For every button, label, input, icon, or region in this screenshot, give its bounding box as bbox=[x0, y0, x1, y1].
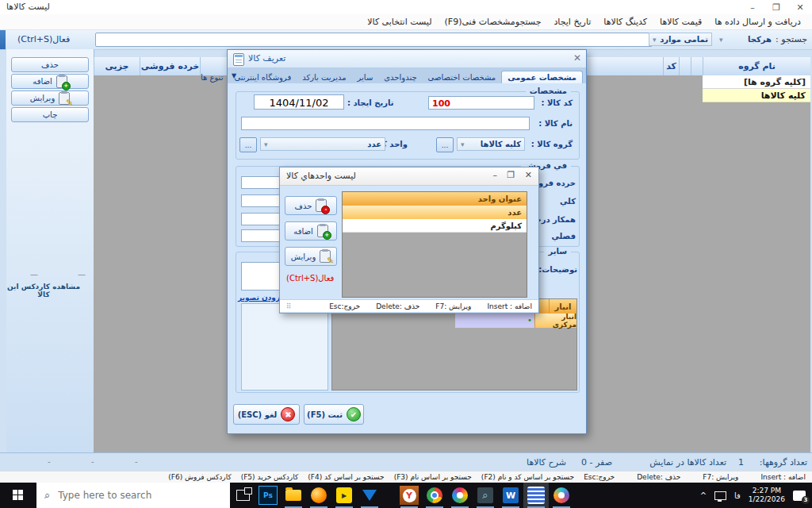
menu-item-selected-list[interactable]: لیست انتخابی کالا bbox=[361, 17, 438, 27]
edit-button[interactable]: ✎ ویرایش bbox=[11, 90, 89, 106]
column-header-partial[interactable]: جزیی bbox=[94, 57, 140, 75]
taskbar-clock[interactable]: 2:27 PM 1/22/2026 bbox=[749, 487, 785, 505]
specs-groupbox: مشخصات کد کالا : 100 تاریخ ایجاد : 1404/… bbox=[236, 91, 580, 160]
menu-item-coding[interactable]: کدینگ کالاها bbox=[597, 17, 653, 27]
taskbar-app-colorful[interactable] bbox=[549, 483, 574, 508]
unit-delete-button[interactable]: - حذف bbox=[285, 196, 337, 215]
menu-item-create-date[interactable]: تاریخ ایجاد bbox=[547, 17, 597, 27]
group-browse-button[interactable]: ... bbox=[436, 137, 454, 152]
image-box[interactable] bbox=[241, 303, 328, 391]
menu-item-prices[interactable]: قیمت کالاها bbox=[653, 17, 708, 27]
submit-button[interactable]: ✔ ثبت (F5) bbox=[304, 404, 364, 425]
groups-grid-body[interactable] bbox=[703, 102, 810, 452]
warehouse-row-label[interactable]: انبار مرکزی bbox=[534, 314, 576, 328]
item-group-value: کلیه کالاها bbox=[481, 140, 521, 148]
window-controls: – ❐ ✕ bbox=[741, 0, 812, 14]
clock-date: 1/22/2026 bbox=[749, 495, 785, 504]
tab-online-shop[interactable]: فروشگاه اینترنتی bbox=[228, 71, 297, 83]
shortcut-search-name: جستجو بر اساس نام (F3) bbox=[394, 473, 472, 481]
resize-grip-icon[interactable]: ⠿ bbox=[286, 302, 292, 310]
taskbar-app-current[interactable] bbox=[523, 483, 549, 508]
task-view-button[interactable] bbox=[230, 483, 255, 508]
item-group-dropdown[interactable]: کلیه کالاها ▾ bbox=[457, 137, 525, 151]
units-list-dialog: لیست واحدهاي کالا – ❐ ✕ - حذف + اضافه ✎ … bbox=[279, 167, 539, 314]
dialog-close-icon[interactable]: ✕ bbox=[573, 52, 581, 64]
warehouse-column-header[interactable]: انبار bbox=[549, 299, 576, 314]
warehouse-row[interactable]: انبار مرکزی • bbox=[332, 314, 576, 328]
window-titlebar: لیست کالاها – ❐ ✕ bbox=[0, 0, 812, 14]
minimize-button[interactable]: – bbox=[741, 0, 764, 14]
close-button[interactable]: ✕ bbox=[788, 0, 812, 14]
view-kardex-label[interactable]: مشاهده کاردکس این کالا bbox=[0, 283, 87, 298]
taskbar-app-chrome[interactable] bbox=[422, 483, 447, 508]
close-button[interactable]: ✕ bbox=[525, 170, 532, 180]
maximize-button[interactable]: ❐ bbox=[507, 170, 515, 180]
chevron-down-icon: ▾ bbox=[653, 36, 657, 44]
cancel-button[interactable]: ✖ لغو (ESC) bbox=[233, 404, 300, 425]
unit-add-button[interactable]: + اضافه bbox=[285, 221, 337, 241]
menu-item-tech-search[interactable]: جستجومشخصات فنی(F9) bbox=[439, 17, 548, 27]
notification-icon[interactable]: 3 bbox=[793, 491, 806, 501]
filter-dropdown[interactable]: تمامی موارد ▾ bbox=[649, 33, 712, 46]
utility-column bbox=[679, 57, 691, 75]
yandex-letter: Y bbox=[403, 489, 416, 502]
taskbar-app-paint[interactable] bbox=[447, 483, 473, 508]
taskbar-app-photoshop[interactable]: Ps bbox=[255, 483, 281, 508]
delete-button[interactable]: حذف bbox=[11, 57, 89, 72]
shortcut-edit: ویرایش :F7 bbox=[703, 473, 738, 481]
taskbar-search-input[interactable] bbox=[56, 489, 202, 502]
tab-multi-unit[interactable]: چندواحدی bbox=[378, 71, 422, 83]
specs-groupbox-title: مشخصات bbox=[526, 87, 571, 95]
utility-columns-header bbox=[679, 57, 703, 76]
tab-custom-specs[interactable]: مشخصات اختصاصی bbox=[423, 71, 502, 83]
taskbar-app-search-tool[interactable]: ⌕ bbox=[473, 483, 498, 508]
network-icon[interactable] bbox=[714, 491, 726, 500]
plus-icon: + bbox=[323, 231, 331, 240]
column-header-group-name[interactable]: نام گروه bbox=[703, 57, 810, 75]
column-header-code[interactable]: کد bbox=[663, 57, 679, 75]
menu-item-data-transfer[interactable]: دریافت و ارسال داده ها bbox=[708, 17, 807, 27]
unit-row[interactable]: کیلوگرم bbox=[343, 219, 527, 233]
taskbar-app-player[interactable]: ▶ bbox=[331, 483, 357, 508]
units-grid-header[interactable]: عنوان واحد bbox=[343, 192, 527, 206]
inventory-app-icon bbox=[527, 487, 545, 504]
taskbar-app-explorer[interactable] bbox=[281, 483, 306, 508]
taskbar-search[interactable]: ⌕ bbox=[36, 483, 230, 508]
unit-edit-button[interactable]: ✎ ویرایش bbox=[285, 247, 337, 266]
item-name-input[interactable] bbox=[241, 117, 530, 130]
tab-barcode[interactable]: مدیریت بارکد bbox=[297, 71, 351, 83]
search-input[interactable] bbox=[95, 33, 653, 47]
delete-icon: - bbox=[316, 199, 327, 212]
taskbar-app-blue[interactable] bbox=[357, 483, 382, 508]
tab-varieties[interactable]: تنوع ها bbox=[195, 71, 228, 83]
taskbar-app-firefox[interactable] bbox=[306, 483, 331, 508]
notification-badge: 3 bbox=[802, 496, 810, 504]
add-button[interactable]: + اضافه bbox=[11, 74, 89, 89]
taskbar-app-word[interactable]: W bbox=[498, 483, 523, 508]
plus-icon: + bbox=[62, 82, 71, 90]
item-code-input[interactable]: 100 bbox=[428, 96, 534, 110]
tab-general-specs[interactable]: مشخصات عمومی bbox=[501, 71, 583, 83]
unit-browse-button[interactable]: ... bbox=[239, 137, 257, 152]
dialog-titlebar[interactable]: تعریف کالا ✕ bbox=[228, 50, 586, 68]
group-row-all-groups[interactable]: [کلیه گروه ها] bbox=[703, 75, 810, 89]
tray-expand-icon[interactable]: ^ bbox=[700, 491, 707, 500]
start-button[interactable] bbox=[0, 483, 36, 508]
items-description-label: شرح کالاها bbox=[527, 457, 566, 468]
tab-other[interactable]: سایر bbox=[352, 71, 379, 83]
print-button[interactable]: چاپ bbox=[11, 107, 89, 122]
units-dialog-titlebar[interactable]: لیست واحدهاي کالا – ❐ ✕ bbox=[280, 167, 538, 186]
maximize-button[interactable]: ❐ bbox=[764, 0, 788, 14]
taskbar-app-yandex[interactable]: Y bbox=[396, 483, 422, 508]
unit-row-selected[interactable]: عدد bbox=[343, 206, 527, 219]
warehouse-qty-cell[interactable]: • bbox=[455, 314, 534, 328]
group-row-all-items[interactable]: کلیه کالاها bbox=[703, 89, 810, 102]
item-unit-dropdown[interactable]: عدد ▾ bbox=[260, 137, 385, 151]
tab-overflow-icon[interactable]: ▼ bbox=[232, 72, 236, 79]
minimize-button[interactable]: – bbox=[493, 170, 498, 180]
column-header-retail[interactable]: خرده فروشی bbox=[140, 57, 200, 75]
keyboard-language[interactable]: فا bbox=[734, 491, 741, 500]
windows-logo-icon bbox=[13, 490, 24, 501]
scope-dropdown[interactable]: هرکجا ▾ bbox=[715, 33, 776, 46]
groups-grid-header: نام گروه bbox=[703, 57, 810, 76]
